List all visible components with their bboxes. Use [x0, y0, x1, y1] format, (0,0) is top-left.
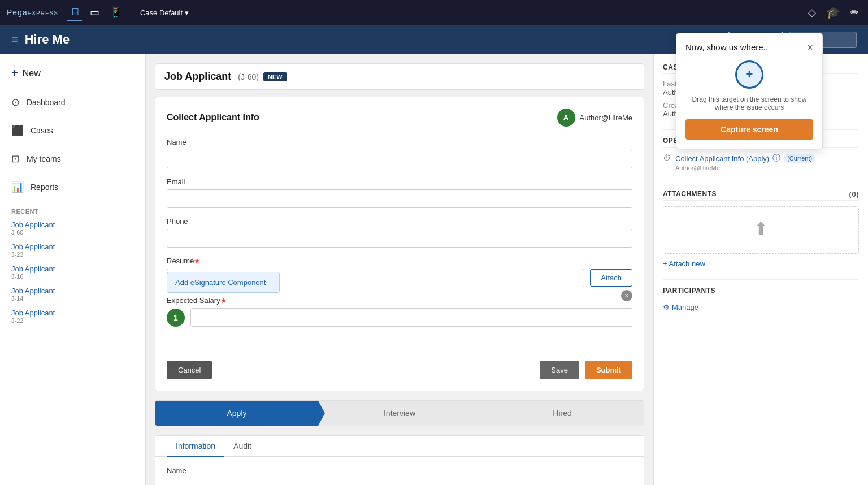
crosshair-icon[interactable] — [735, 60, 763, 89]
sidebar-item-cases[interactable]: ⬛ Cases — [0, 116, 145, 145]
recent-item-0[interactable]: Job Applicant J-60 — [0, 217, 145, 239]
upload-area: ⬆ — [663, 206, 859, 254]
save-button[interactable]: Save — [540, 361, 579, 379]
author-badge: A Author@HireMe — [557, 109, 632, 127]
gear-icon: ⚙ — [663, 303, 670, 311]
pega-nav-icon: ≡ — [11, 33, 18, 46]
participants-title: PARTICIPANTS — [663, 287, 859, 297]
teams-icon: ⊡ — [11, 153, 20, 165]
capture-screen-button[interactable]: Capture screen — [685, 119, 813, 140]
reports-icon: 📊 — [11, 181, 24, 193]
phone-input[interactable] — [167, 229, 632, 248]
form-actions: Cancel Save Submit — [167, 361, 632, 379]
stage-apply[interactable]: Apply — [155, 401, 318, 426]
dashboard-icon: ⊙ — [11, 96, 20, 109]
author-avatar: A — [557, 109, 575, 127]
cases-icon: ⬛ — [11, 124, 24, 137]
info-section: Name — Email — [155, 457, 644, 485]
attachments-title: ATTACHMENTS (0) — [663, 190, 859, 201]
case-header: Job Applicant (J-60) NEW — [155, 63, 644, 90]
upload-icon: ⬆ — [753, 218, 769, 240]
close-salary-icon[interactable]: × — [621, 290, 632, 301]
tab-audit[interactable]: Audit — [224, 436, 261, 457]
attach-button[interactable]: Attach — [590, 269, 632, 287]
assignment-current-badge: (Current) — [784, 154, 815, 163]
sidebar-item-reports[interactable]: 📊 Reports — [0, 173, 145, 201]
mobile-icon[interactable]: 📱 — [107, 4, 124, 21]
desktop-icon[interactable]: 🖥 — [67, 4, 82, 21]
cancel-button[interactable]: Cancel — [167, 361, 212, 379]
info-name-value: — — [167, 477, 632, 485]
info-name-label: Name — [167, 466, 632, 475]
app-title: Hire Me — [25, 32, 70, 47]
sidebar: + New ⊙ Dashboard ⬛ Cases ⊡ My teams 📊 R… — [0, 54, 146, 485]
attachments-section: ATTACHMENTS (0) ⬆ + Attach new — [663, 190, 859, 268]
top-bar: PegaEXPRESS 🖥 ▭ 📱 Case Default ▾ ◇ 🎓 ✏ — [0, 0, 868, 25]
assignment-link[interactable]: Collect Applicant Info (Apply) — [675, 154, 769, 163]
floating-tooltip: Now, show us where.. × Drag this target … — [676, 33, 823, 149]
resume-label: Resume★ — [167, 257, 632, 265]
pega-logo: PegaEXPRESS — [7, 8, 58, 17]
new-button[interactable]: + New — [0, 59, 145, 88]
salary-row: 1 × — [167, 308, 632, 327]
pencil-icon[interactable]: ✏ — [848, 4, 861, 21]
sidebar-item-dashboard[interactable]: ⊙ Dashboard — [0, 88, 145, 116]
info-circle-icon: ⓘ — [772, 153, 780, 163]
tooltip-description: Drag this target on the screen to show w… — [685, 96, 813, 111]
target-icon-container — [735, 60, 763, 89]
case-id: (J-60) — [238, 72, 259, 81]
recent-section-title: RECENT — [0, 201, 145, 217]
stage-bar: Apply Interview Hired — [155, 400, 644, 426]
phone-label: Phone — [167, 217, 632, 226]
tooltip-title: Now, show us where.. — [685, 42, 768, 52]
sidebar-item-my-teams[interactable]: ⊡ My teams — [0, 145, 145, 173]
author-name: Author@HireMe — [580, 114, 632, 122]
graduation-icon[interactable]: 🎓 — [824, 3, 843, 21]
divider-2 — [663, 183, 859, 183]
attach-new-link[interactable]: + Attach new — [663, 259, 859, 268]
attachments-count: (0) — [849, 190, 859, 198]
name-input[interactable] — [167, 150, 632, 168]
step-badge: 1 — [167, 309, 185, 327]
diamond-icon[interactable]: ◇ — [806, 4, 818, 21]
tab-information[interactable]: Information — [167, 436, 224, 457]
tooltip-header: Now, show us where.. × — [685, 42, 813, 53]
center-content: Job Applicant (J-60) NEW Collect Applica… — [146, 54, 653, 485]
recent-item-1[interactable]: Job Applicant J-23 — [0, 239, 145, 261]
phone-field: Phone — [167, 217, 632, 248]
submit-button[interactable]: Submit — [585, 361, 632, 379]
divider-3 — [663, 279, 859, 280]
recent-item-2[interactable]: Job Applicant J-16 — [0, 261, 145, 283]
email-label: Email — [167, 177, 632, 186]
device-icons: 🖥 ▭ 📱 — [67, 4, 124, 21]
tabs-container: Information Audit Name — Email — [155, 435, 644, 485]
stage-interview[interactable]: Interview — [318, 401, 481, 426]
name-label: Name — [167, 138, 632, 146]
form-card: Collect Applicant Info A Author@HireMe N… — [155, 97, 644, 391]
tablet-icon[interactable]: ▭ — [88, 4, 102, 21]
new-badge: NEW — [263, 72, 287, 81]
clock-icon: ⏱ — [663, 153, 671, 162]
tabs-row: Information Audit — [155, 436, 644, 457]
tooltip-close-button[interactable]: × — [807, 42, 813, 53]
esignature-tooltip[interactable]: Add eSignature Component — [167, 272, 280, 293]
plus-icon: + — [11, 67, 18, 80]
form-card-header: Collect Applicant Info A Author@HireMe — [167, 109, 632, 127]
case-title: Job Applicant — [164, 71, 231, 83]
manage-link[interactable]: ⚙ Manage — [663, 303, 859, 311]
assignment-item: ⏱ Collect Applicant Info (Apply) ⓘ (Curr… — [663, 153, 859, 171]
salary-field: Expected Salary★ 1 × Add eSignature Comp… — [167, 296, 632, 327]
top-bar-right: ◇ 🎓 ✏ — [806, 3, 861, 21]
case-selector[interactable]: Case Default ▾ — [140, 8, 189, 17]
name-field: Name — [167, 138, 632, 168]
stage-hired[interactable]: Hired — [481, 401, 644, 426]
form-title: Collect Applicant Info — [167, 112, 259, 123]
assignment-author: Author@HireMe — [675, 164, 815, 171]
salary-input[interactable] — [190, 308, 632, 327]
email-input[interactable] — [167, 189, 632, 208]
salary-label: Expected Salary★ — [167, 296, 632, 305]
recent-item-3[interactable]: Job Applicant J-14 — [0, 283, 145, 305]
participants-section: PARTICIPANTS ⚙ Manage — [663, 287, 859, 311]
recent-item-4[interactable]: Job Applicant J-22 — [0, 305, 145, 327]
email-field: Email — [167, 177, 632, 208]
